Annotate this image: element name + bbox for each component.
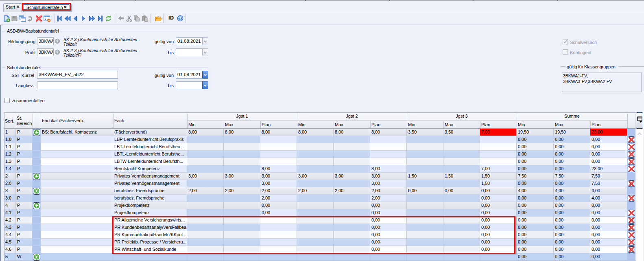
svg-text:?: ? <box>179 16 181 20</box>
